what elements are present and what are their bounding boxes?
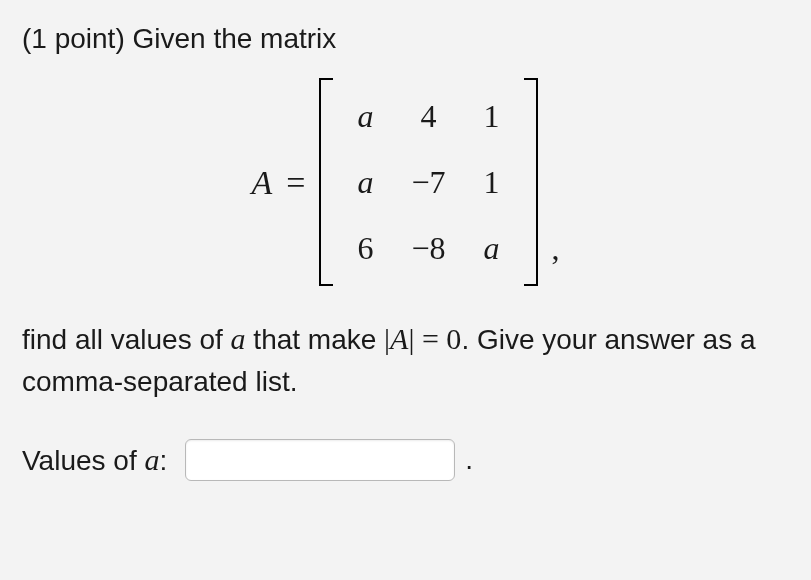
answer-row: Values of a: . bbox=[22, 437, 789, 482]
det-var: A bbox=[390, 322, 408, 355]
matrix-grid: a 4 1 a −7 1 6 −8 a bbox=[333, 78, 523, 286]
answer-input[interactable] bbox=[185, 439, 455, 481]
matrix-cell: 4 bbox=[411, 92, 445, 140]
matrix-cell: a bbox=[353, 92, 377, 140]
answer-label-pre: Values of bbox=[22, 445, 144, 476]
matrix-cell: a bbox=[353, 158, 377, 206]
trailing-period: . bbox=[465, 439, 473, 481]
question-pre: find all values of bbox=[22, 324, 231, 355]
problem-intro: (1 point) Given the matrix bbox=[22, 18, 789, 60]
var-a: a bbox=[231, 322, 246, 355]
matrix-cell: 6 bbox=[353, 224, 377, 272]
matrix-cell: a bbox=[480, 224, 504, 272]
question-text: find all values of a that make |A| = 0. … bbox=[22, 316, 789, 403]
equals-sign: = bbox=[286, 157, 305, 208]
question-mid: that make bbox=[246, 324, 385, 355]
eq-zero: = 0 bbox=[414, 322, 461, 355]
matrix-cell: −8 bbox=[411, 224, 445, 272]
answer-label: Values of a: bbox=[22, 437, 167, 482]
matrix: a 4 1 a −7 1 6 −8 a bbox=[319, 78, 537, 286]
matrix-cell: 1 bbox=[480, 92, 504, 140]
matrix-cell: 1 bbox=[480, 158, 504, 206]
points-and-intro: (1 point) Given the matrix bbox=[22, 23, 336, 54]
bracket-left-icon bbox=[319, 78, 333, 286]
trailing-comma: , bbox=[552, 224, 560, 286]
answer-label-colon: : bbox=[159, 445, 167, 476]
matrix-label: A bbox=[251, 157, 272, 208]
bracket-right-icon bbox=[524, 78, 538, 286]
matrix-cell: −7 bbox=[411, 158, 445, 206]
matrix-equation: A = a 4 1 a −7 1 6 −8 a , bbox=[22, 78, 789, 286]
answer-label-var: a bbox=[144, 443, 159, 476]
